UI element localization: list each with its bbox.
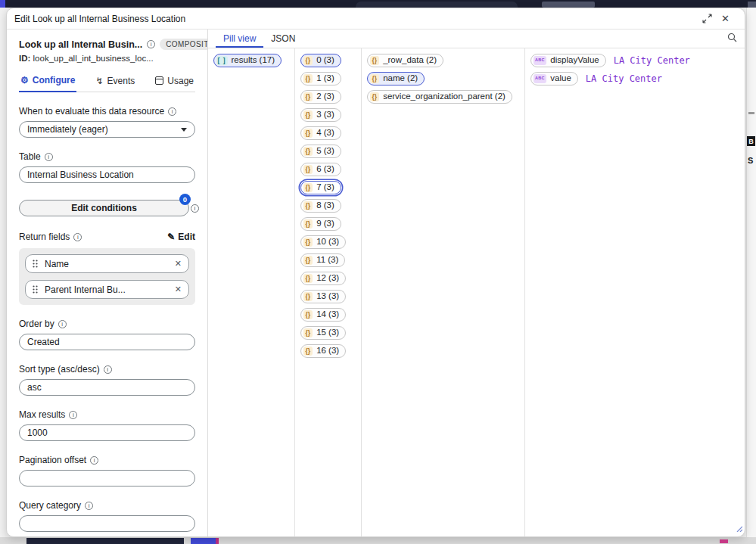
pill-12[interactable]: {}12 (3) <box>300 272 346 285</box>
object-type-icon: {} <box>303 238 313 247</box>
resource-id: ID: look_up_all_int_business_loc... <box>19 54 195 63</box>
remove-field-button[interactable]: ✕ <box>175 284 182 294</box>
info-icon[interactable]: i <box>73 233 82 241</box>
pill-service_organization_parent[interactable]: {}service_organization_parent (2) <box>367 90 512 104</box>
pill-15[interactable]: {}15 (3) <box>300 326 346 340</box>
pill-label: 5 (3) <box>316 147 334 156</box>
gear-icon: ⚙ <box>20 76 29 85</box>
object-type-icon: {} <box>303 328 313 338</box>
table-label: Table i <box>19 151 195 162</box>
top-bar-accent <box>0 0 5 8</box>
pill-row: {}8 (3) <box>300 199 341 213</box>
pill-row: {}11 (3) <box>300 253 345 267</box>
drag-handle-icon[interactable] <box>33 285 38 294</box>
info-icon[interactable]: i <box>168 107 176 116</box>
object-type-icon: {} <box>370 56 380 66</box>
resource-id-value: look_up_all_int_business_loc... <box>33 54 154 63</box>
pill-value[interactable]: ABCvalue <box>530 72 578 85</box>
data-viewer-panel: Pill view JSON [ ]results (17) {}0 (3){}… <box>208 30 745 536</box>
pill-4[interactable]: {}4 (3) <box>300 126 341 140</box>
browser-top-bar <box>0 0 756 8</box>
string-type-icon: ABC <box>534 74 547 83</box>
max-results-input[interactable] <box>19 424 195 441</box>
pill-label: 0 (3) <box>316 56 334 65</box>
order-by-input[interactable] <box>19 334 195 350</box>
sort-type-input[interactable] <box>19 379 195 396</box>
query-category-input[interactable] <box>19 515 195 532</box>
pill-row: {}0 (3) <box>300 54 341 67</box>
pill-1[interactable]: {}1 (3) <box>300 72 341 85</box>
info-icon[interactable]: i <box>58 320 67 328</box>
pill-8[interactable]: {}8 (3) <box>300 199 341 213</box>
search-icon <box>727 33 737 42</box>
pill-3[interactable]: {}3 (3) <box>300 108 341 122</box>
pill-2[interactable]: {}2 (3) <box>300 90 341 104</box>
pill-label: 1 (3) <box>316 74 334 83</box>
pill-results[interactable]: [ ]results (17) <box>213 54 282 67</box>
pill-row: {}2 (3) <box>300 90 341 104</box>
info-icon[interactable]: i <box>191 204 199 213</box>
strikethrough-icon: S <box>748 156 753 165</box>
close-modal-button[interactable]: ✕ <box>717 12 734 25</box>
tab-json[interactable]: JSON <box>263 30 303 48</box>
pill-label: 8 (3) <box>316 201 334 210</box>
table-input[interactable] <box>19 166 195 183</box>
expand-modal-button[interactable] <box>698 12 717 25</box>
pill-16[interactable]: {}16 (3) <box>300 344 346 358</box>
pill-9[interactable]: {}9 (3) <box>300 217 341 231</box>
pill-0[interactable]: {}0 (3) <box>300 54 341 67</box>
pill-7[interactable]: {}7 (3) <box>300 181 341 194</box>
tab-usage-label: Usage <box>167 76 194 86</box>
resize-handle[interactable] <box>735 521 742 535</box>
info-icon[interactable]: i <box>69 411 77 419</box>
evaluate-label: When to evaluate this data resource i <box>19 106 195 117</box>
pill-11[interactable]: {}11 (3) <box>300 253 345 267</box>
tab-configure[interactable]: ⚙ Configure <box>19 72 76 92</box>
info-icon[interactable]: i <box>45 153 53 161</box>
pill-_row_data[interactable]: {}_row_data (2) <box>367 54 443 67</box>
edit-conditions-button[interactable]: Edit conditions <box>19 200 189 216</box>
bottom-bar-pink-mark <box>720 539 728 543</box>
remove-field-button[interactable]: ✕ <box>175 259 182 269</box>
pill-label: displayValue <box>550 56 599 65</box>
pill-label: 2 (3) <box>316 92 334 101</box>
pagination-offset-input[interactable] <box>19 470 195 486</box>
pill-14[interactable]: {}14 (3) <box>300 308 346 322</box>
bottom-bar-navy-segment <box>26 538 184 544</box>
tab-usage[interactable]: Usage <box>154 72 195 92</box>
bottom-bar-magenta-segment <box>216 538 219 544</box>
object-type-icon: {} <box>303 165 313 175</box>
return-fields-edit-link[interactable]: ✎ Edit <box>167 232 195 242</box>
info-icon[interactable]: i <box>90 456 98 465</box>
evaluate-select[interactable] <box>19 121 195 138</box>
pill-5[interactable]: {}5 (3) <box>300 145 341 158</box>
close-icon: ✕ <box>721 14 730 23</box>
info-icon[interactable]: i <box>104 365 112 374</box>
object-type-icon: {} <box>303 147 313 157</box>
pill-label: 10 (3) <box>316 238 339 247</box>
pill-value: LA City Center <box>586 73 662 84</box>
object-type-icon: {} <box>303 56 313 66</box>
pill-row: {}16 (3) <box>300 344 346 358</box>
modal-title: Edit Look up all Internal Business Locat… <box>14 14 698 24</box>
pill-name[interactable]: {}name (2) <box>367 72 425 85</box>
pill-row: {}13 (3) <box>300 290 346 303</box>
pill-row: {}14 (3) <box>300 308 346 322</box>
object-type-icon: {} <box>303 92 313 102</box>
data-resource-edit-modal: Edit Look up all Internal Business Locat… <box>6 8 745 537</box>
pill-row: {}7 (3) <box>300 181 341 194</box>
search-button[interactable] <box>727 33 737 45</box>
info-icon[interactable]: i <box>85 502 93 510</box>
pill-displayValue[interactable]: ABCdisplayValue <box>530 54 606 67</box>
pill-label: 4 (3) <box>316 129 334 138</box>
pill-13[interactable]: {}13 (3) <box>300 290 346 303</box>
tab-events[interactable]: ↯ Events <box>95 72 137 92</box>
pill-6[interactable]: {}6 (3) <box>300 163 341 176</box>
tab-pill-view[interactable]: Pill view <box>216 30 263 48</box>
drag-handle-icon[interactable] <box>33 260 38 268</box>
object-type-icon: {} <box>303 74 313 84</box>
info-icon[interactable]: i <box>147 40 155 48</box>
pill-10[interactable]: {}10 (3) <box>300 235 346 249</box>
pill-column-results: [ ]results (17) <box>208 48 295 536</box>
pill-row: {}3 (3) <box>300 108 341 122</box>
